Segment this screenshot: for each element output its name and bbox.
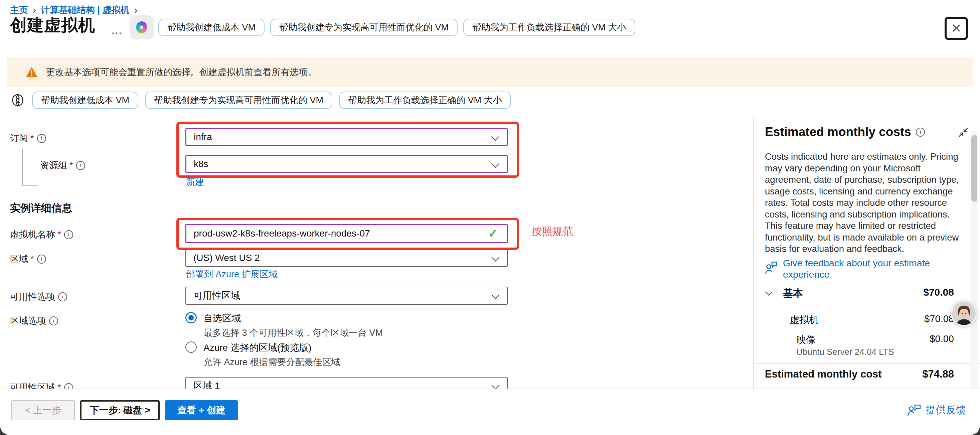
suggestion-low-cost-vm[interactable]: 帮助我创建低成本 VM (158, 19, 264, 36)
info-icon[interactable]: i (37, 255, 46, 264)
zone-option-self-select[interactable]: 自选区域 (185, 312, 241, 325)
cost-row-image-sub: Ubuntu Server 24.04 LTS (796, 347, 894, 357)
availability-options-value: 可用性区域 (193, 289, 240, 302)
copilot-outline-icon (10, 92, 25, 108)
cost-row-vm-label: 虚拟机 (790, 313, 819, 327)
subscription-value: infra (194, 132, 212, 142)
warning-icon (25, 66, 38, 78)
info-icon[interactable]: i (58, 292, 67, 301)
subscription-dropdown[interactable]: infra (185, 128, 508, 146)
info-icon[interactable]: i (76, 161, 85, 170)
required-asterisk: * (70, 160, 73, 171)
panel-scrollbar-thumb[interactable] (971, 135, 977, 202)
panel-divider (753, 118, 754, 389)
availability-options-dropdown[interactable]: 可用性区域 (185, 287, 508, 305)
label-connector-line (22, 185, 38, 186)
info-icon[interactable]: i (64, 230, 73, 239)
zone-option-azure-select-label: Azure 选择的区域(预览版) (204, 341, 312, 354)
assist-chips-row: 帮助我创建低成本 VM 帮助我创建专为实现高可用性而优化的 VM 帮助我为工作负… (10, 92, 511, 109)
avatar[interactable] (951, 300, 977, 327)
warning-banner: 更改基本选项可能会重置所做的选择。创建虚拟机前查看所有选项。 (7, 57, 973, 87)
radio-unselected-icon (185, 341, 197, 353)
title-suggestion-chips: 帮助我创建低成本 VM 帮助我创建专为实现高可用性而优化的 VM 帮助我为工作负… (158, 19, 635, 36)
more-options-icon[interactable]: … (111, 23, 123, 37)
availability-options-label: 可用性选项 i (10, 291, 67, 303)
zone-options-label: 区域选项 i (10, 315, 58, 327)
resource-group-dropdown[interactable]: k8s (185, 155, 508, 173)
create-new-resource-group-link[interactable]: 新建 (186, 176, 204, 188)
estimate-feedback-link[interactable]: Give feedback about your estimate experi… (765, 257, 952, 280)
cost-group-basic-label: 基本 (783, 287, 803, 300)
subscription-label: 订阅 * i (10, 132, 46, 144)
cost-row-image-label: 映像 (796, 333, 816, 347)
region-dropdown[interactable]: (US) West US 2 (185, 249, 508, 267)
required-asterisk: * (30, 254, 34, 264)
resource-group-value: k8s (194, 159, 208, 169)
info-icon[interactable]: i (49, 316, 58, 325)
valid-check-icon: ✓ (488, 226, 498, 241)
suggestion-high-availability-vm[interactable]: 帮助我创建专为实现高可用性而优化的 VM (270, 19, 458, 36)
cost-row-image-value: $0.00 (929, 333, 954, 344)
copilot-button[interactable] (130, 15, 154, 40)
collapse-panel-icon[interactable] (957, 126, 969, 138)
feedback-link[interactable]: 提供反馈 (907, 403, 966, 417)
feedback-icon (907, 404, 921, 417)
close-button[interactable]: ✕ (945, 17, 968, 40)
suggestion-right-vm-size[interactable]: 帮助我为工作负载选择正确的 VM 大小 (463, 19, 635, 36)
vm-name-input[interactable]: prod-usw2-k8s-freeleaps-worker-nodes-07 … (185, 224, 508, 243)
label-connector-line (22, 149, 23, 186)
cost-total-value: $74.88 (922, 368, 954, 380)
copilot-icon (134, 20, 149, 35)
edge-zone-link[interactable]: 部署到 Azure 扩展区域 (186, 268, 278, 280)
cost-group-basic-value: $70.08 (923, 287, 954, 298)
resource-group-label: 资源组 * i (40, 159, 85, 171)
cost-panel-title: Estimated monthly costs i (765, 125, 925, 139)
zone-option-azure-select[interactable]: Azure 选择的区域(预览版) (185, 341, 312, 354)
instance-details-section-title: 实例详细信息 (10, 201, 72, 215)
chevron-down-icon[interactable] (765, 288, 773, 296)
region-label: 区域 * i (10, 253, 46, 265)
page-title: 创建虚拟机 (10, 14, 95, 37)
warning-text: 更改基本选项可能会重置所做的选择。创建虚拟机前查看所有选项。 (46, 66, 317, 78)
avatar-illustration (952, 302, 976, 325)
annotation-text: 按照规范 (532, 225, 573, 239)
cost-row-vm-value: $70.08 (924, 313, 954, 324)
assist-right-vm-size[interactable]: 帮助我为工作负载选择正确的 VM 大小 (339, 92, 511, 109)
zone-option-azure-select-desc: 允许 Azure 根据需要分配最佳区域 (204, 356, 340, 368)
cost-panel-divider (754, 363, 980, 363)
review-create-button[interactable]: 查看 + 创建 (165, 400, 238, 420)
info-icon[interactable]: i (916, 127, 925, 137)
zone-option-self-select-desc: 最多选择 3 个可用性区域，每个区域一台 VM (204, 327, 383, 339)
assist-high-availability-vm[interactable]: 帮助我创建专为实现高可用性而优化的 VM (145, 92, 332, 109)
previous-button[interactable]: < 上一步 (11, 400, 75, 420)
next-disks-button[interactable]: 下一步: 磁盘 > (80, 400, 160, 420)
required-asterisk: * (57, 229, 61, 240)
vm-name-value: prod-usw2-k8s-freeleaps-worker-nodes-07 (194, 228, 370, 239)
cost-panel-description: Costs indicated here are estimates only.… (765, 151, 967, 255)
close-icon: ✕ (951, 21, 962, 36)
cost-total-label: Estimated monthly cost (765, 368, 882, 380)
required-asterisk: * (30, 133, 34, 143)
info-icon[interactable]: i (37, 134, 46, 143)
radio-selected-icon (185, 312, 197, 323)
chevron-right-icon: › (134, 4, 138, 16)
vm-name-label: 虚拟机名称 * i (10, 228, 73, 241)
footer-bar: < 上一步 下一步: 磁盘 > 查看 + 创建 提供反馈 (0, 389, 980, 435)
zone-option-self-select-label: 自选区域 (204, 312, 241, 325)
region-value: (US) West US 2 (193, 253, 260, 263)
feedback-icon (765, 261, 778, 275)
assist-low-cost-vm[interactable]: 帮助我创建低成本 VM (32, 92, 138, 109)
